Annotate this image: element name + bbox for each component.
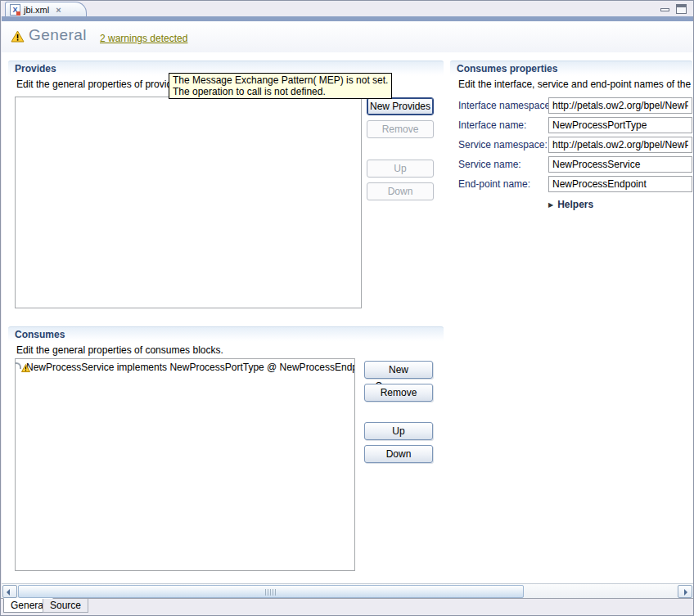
scroll-left-button[interactable] <box>2 585 17 598</box>
editor-tab-bar: X jbi.xml × <box>1 1 693 16</box>
scrollbar-grip-icon <box>265 589 277 596</box>
new-consumes-button[interactable]: New Consumes <box>364 361 433 379</box>
window-bottom-strip <box>1 613 694 616</box>
scrollbar-thumb[interactable] <box>18 585 524 598</box>
provides-remove-button: Remove <box>367 120 434 138</box>
validation-tooltip: The Message Exchange Pattern( MEP) is no… <box>169 73 392 99</box>
consumes-section-band <box>8 326 444 342</box>
interface-name-input[interactable] <box>548 117 692 133</box>
provides-section-title: Provides <box>15 63 56 74</box>
tab-source[interactable]: Source <box>43 599 88 613</box>
service-namespace-label: Service namespace: <box>458 139 548 151</box>
page-title: General <box>29 26 87 44</box>
form-editor-content: General 2 warnings detected The Message … <box>2 21 693 583</box>
consumes-up-button[interactable]: Up <box>364 422 433 440</box>
consumes-properties-description: Edit the interface, service and end-poin… <box>458 79 693 90</box>
tooltip-line-1: The Message Exchange Pattern( MEP) is no… <box>173 74 388 86</box>
xml-file-icon: X <box>10 4 20 16</box>
consumes-section-title: Consumes <box>15 329 65 340</box>
arrow-right-icon <box>684 589 687 596</box>
interface-name-label: Interface name: <box>458 119 526 131</box>
service-namespace-input[interactable] <box>548 137 692 153</box>
maximize-view-icon[interactable] <box>676 4 687 14</box>
provides-down-button: Down <box>367 182 434 200</box>
helpers-expandable[interactable]: ▶ Helpers <box>548 199 593 210</box>
consumes-list-item[interactable]: NewProcessService implements NewProcessP… <box>16 359 354 375</box>
provides-list[interactable] <box>15 97 362 308</box>
scroll-right-button[interactable] <box>678 585 692 598</box>
consumes-remove-button[interactable]: Remove <box>364 384 433 402</box>
service-name-input[interactable] <box>548 156 692 173</box>
provides-up-button: Up <box>367 160 434 178</box>
end-point-name-input[interactable] <box>548 176 692 192</box>
consumes-down-button[interactable]: Down <box>364 445 433 463</box>
horizontal-scrollbar[interactable] <box>2 583 694 598</box>
minimize-view-icon[interactable] <box>660 8 669 11</box>
warning-icon <box>11 30 25 43</box>
editor-tab-jbi-xml[interactable]: X jbi.xml × <box>5 2 87 17</box>
new-provides-button[interactable]: New Provides <box>367 97 434 115</box>
service-name-label: Service name: <box>458 159 521 170</box>
chevron-right-icon: ▶ <box>548 201 553 209</box>
consumes-section-description: Edit the general properties of consumes … <box>16 344 223 356</box>
consumes-properties-title: Consumes properties <box>457 63 557 74</box>
warnings-detected-link[interactable]: 2 warnings detected <box>100 33 187 44</box>
interface-namespace-label: Interface namespace: <box>458 100 552 111</box>
editor-window: X jbi.xml × General 2 warnings detected … <box>0 0 694 616</box>
editor-tab-label: jbi.xml <box>24 5 49 15</box>
tab-close-icon[interactable]: × <box>56 5 61 15</box>
consumes-item-text: NewProcessService implements NewProcessP… <box>26 362 355 373</box>
end-point-name-label: End-point name: <box>458 178 530 190</box>
arrow-left-icon <box>7 589 10 596</box>
helpers-label: Helpers <box>557 199 593 210</box>
consumes-list[interactable]: NewProcessService implements NewProcessP… <box>15 358 355 571</box>
tooltip-line-2: The operation to call is not defined. <box>173 86 388 97</box>
interface-namespace-input[interactable] <box>548 97 692 114</box>
page-tab-bar: General Source <box>1 598 694 613</box>
